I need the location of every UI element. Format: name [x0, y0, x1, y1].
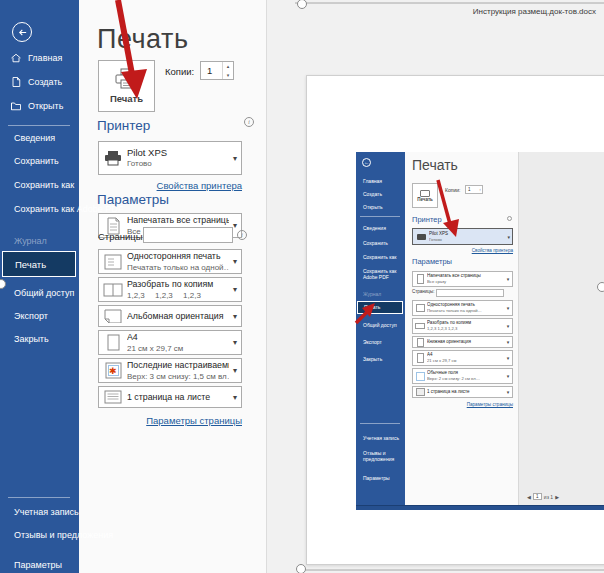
dropdown-line1: Разобрать по копиям — [127, 279, 229, 290]
sidebar-item-account[interactable]: Учетная запись — [14, 507, 76, 518]
one-sided-print-icon — [99, 254, 127, 270]
mini-printer-properties-link: Свойства принтера — [412, 248, 513, 253]
pages-per-sheet-dropdown[interactable]: 1 страница на листе ▾ — [98, 386, 242, 408]
back-button[interactable] — [12, 22, 32, 42]
copies-value: 1 — [201, 62, 222, 79]
mini-preview-area: ◀ 1 из 1 ▶ — [518, 152, 604, 505]
mini-paper-size-dropdown: A421 см x 29,7 см ▾ — [412, 350, 513, 366]
mini-sidebar-item: Сохранить как — [363, 254, 403, 260]
sidebar-item-feedback[interactable]: Отзывы и предложения — [14, 530, 76, 541]
print-button-label: Печать — [110, 93, 143, 104]
collate-icon — [99, 283, 127, 297]
mini-print-button-label: Печать — [417, 197, 433, 202]
dropdown-text: Последние настраиваемы… Верх: 3 см снизу… — [127, 360, 229, 382]
paper-size-icon — [99, 334, 127, 351]
svg-text:✱: ✱ — [109, 366, 117, 376]
mini-pages-input — [436, 289, 504, 297]
sidebar-divider — [8, 125, 70, 126]
printer-status: Готово — [127, 158, 229, 169]
info-icon[interactable]: i — [244, 117, 254, 127]
sidebar-item-save[interactable]: Сохранить — [14, 156, 76, 167]
printer-dropdown[interactable]: Pilot XPS Готово ▾ — [98, 141, 242, 175]
collate-dropdown[interactable]: Разобрать по копиям 1,2,3 1,2,3 1,2,3 ▾ — [98, 277, 242, 302]
mini-sidebar-item: Параметры — [363, 475, 403, 481]
mini-sidebar-item: Закрыть — [363, 356, 403, 362]
sidebar-item-print-selected[interactable]: Печать — [2, 251, 76, 277]
sidebar-item-new[interactable]: Создать — [10, 76, 62, 88]
mini-dropdown-line2: Печатать только на одной… — [427, 308, 504, 314]
mini-pages-row: Страницы: — [412, 289, 513, 297]
stepper-up-icon[interactable]: ▴ — [223, 62, 233, 71]
landscape-orientation-icon — [99, 309, 127, 323]
sidebar-item-share[interactable]: Общий доступ — [14, 288, 76, 299]
dropdown-line1: Напечатать все страницы — [127, 215, 229, 226]
mini-info-icon — [507, 216, 512, 221]
mini-stepper-icons: ↕ — [479, 186, 481, 194]
mini-printer-status: Готово — [429, 237, 507, 243]
sidebar-item-options[interactable]: Параметры — [14, 560, 76, 571]
document-title: Инструкция размещ.док-тов.docx — [473, 7, 596, 16]
printer-properties-link[interactable]: Свойства принтера — [98, 180, 242, 191]
mini-sidebar-item: Сведения — [363, 225, 403, 231]
stepper-down-icon[interactable]: ▾ — [223, 71, 233, 80]
sidebar-item-label: Главная — [28, 53, 62, 63]
mini-caret-down-icon: ▾ — [504, 355, 512, 361]
page-title: Печать — [97, 24, 188, 55]
dropdown-line1: Последние настраиваемы… — [127, 360, 229, 371]
print-button[interactable]: Печать — [98, 60, 155, 112]
sidebar-item-export[interactable]: Экспорт — [14, 311, 76, 322]
sidebar-item-info[interactable]: Сведения — [14, 133, 76, 144]
printer-small-icon — [99, 151, 127, 166]
mini-page-setup-link: Параметры страницы — [412, 402, 513, 407]
word-print-backstage: Главная Создать Открыть Сведения Сохрани… — [0, 0, 604, 573]
mini-caret-down-icon: ▾ — [504, 305, 512, 311]
open-folder-icon — [10, 100, 22, 112]
sidebar-item-label: Создать — [28, 77, 62, 87]
sidebar-item-save-as-adobe-pdf[interactable]: Сохранить как Adobe PDF — [14, 204, 76, 215]
printer-name: Pilot XPS — [127, 147, 229, 158]
mini-caret-down-icon: ▾ — [504, 339, 512, 345]
mini-caret-down-icon: ▾ — [507, 234, 510, 240]
copies-label: Копии: — [165, 66, 194, 77]
dropdown-line2: 1,2,3 1,2,3 1,2,3 — [127, 290, 229, 301]
duplex-dropdown[interactable]: Односторонняя печать Печатать только на … — [98, 249, 242, 274]
pages-input[interactable] — [143, 227, 233, 243]
dropdown-line1: 1 страница на листе — [127, 392, 229, 403]
page-setup-link[interactable]: Параметры страницы — [98, 415, 242, 426]
mini-pages-label: Страницы: — [412, 289, 434, 294]
dropdown-line2: 21 см x 29,7 см — [127, 343, 229, 354]
sidebar-item-history: Журнал — [14, 236, 76, 247]
embedded-screenshot-image[interactable]: ← Главная Создать Открыть Сведения Сохра… — [356, 152, 604, 510]
sidebar-item-home[interactable]: Главная — [10, 52, 62, 64]
copies-stepper[interactable]: 1 ▴ ▾ — [200, 61, 234, 80]
dropdown-text: Разобрать по копиям 1,2,3 1,2,3 1,2,3 — [127, 279, 229, 301]
printer-info: Pilot XPS Готово — [127, 147, 229, 169]
print-preview-pane: ← Главная Создать Открыть Сведения Сохра… — [266, 0, 604, 573]
backstage-sidebar: Главная Создать Открыть Сведения Сохрани… — [0, 0, 79, 573]
sidebar-item-close[interactable]: Закрыть — [14, 334, 76, 345]
mini-print-button: Печать — [412, 183, 438, 208]
mini-sidebar-item: Экспорт — [363, 339, 403, 345]
margins-dropdown[interactable]: ✱ Последние настраиваемы… Верх: 3 см сни… — [98, 358, 242, 383]
caret-down-icon: ▾ — [229, 285, 241, 294]
mini-dropdown-line2: 21 см x 29,7 см — [427, 358, 504, 364]
dropdown-text: Односторонняя печать Печатать только на … — [127, 251, 229, 273]
mini-dropdown-line2: 1,2,3 1,2,3 1,2,3 — [427, 326, 504, 332]
mini-printer-icon — [420, 190, 430, 197]
sidebar-item-save-as[interactable]: Сохранить как — [14, 180, 76, 191]
printer-icon — [114, 68, 140, 90]
info-icon[interactable]: i — [237, 230, 247, 240]
mini-pages-per-sheet-dropdown: 1 страница на листе ▾ — [412, 386, 513, 398]
caret-down-icon: ▾ — [229, 338, 241, 347]
mini-printer-small-icon — [417, 234, 426, 240]
orientation-dropdown[interactable]: Альбомная ориентация ▾ — [98, 305, 242, 327]
mini-copies-value: 1 — [468, 187, 471, 192]
paper-size-dropdown[interactable]: A4 21 см x 29,7 см ▾ — [98, 330, 242, 355]
dropdown-text: Альбомная ориентация — [127, 311, 229, 322]
dropdown-line1: Односторонняя печать — [127, 251, 229, 262]
mini-margins-dropdown: Обычные поляВерх: 2 см снизу: 2 см вл… ▾ — [412, 368, 513, 384]
mini-nav-page-value: 1 — [533, 493, 542, 500]
sidebar-item-open[interactable]: Открыть — [10, 100, 63, 112]
mini-printer-heading: Принтер — [412, 215, 442, 224]
custom-margins-icon: ✱ — [99, 362, 127, 379]
